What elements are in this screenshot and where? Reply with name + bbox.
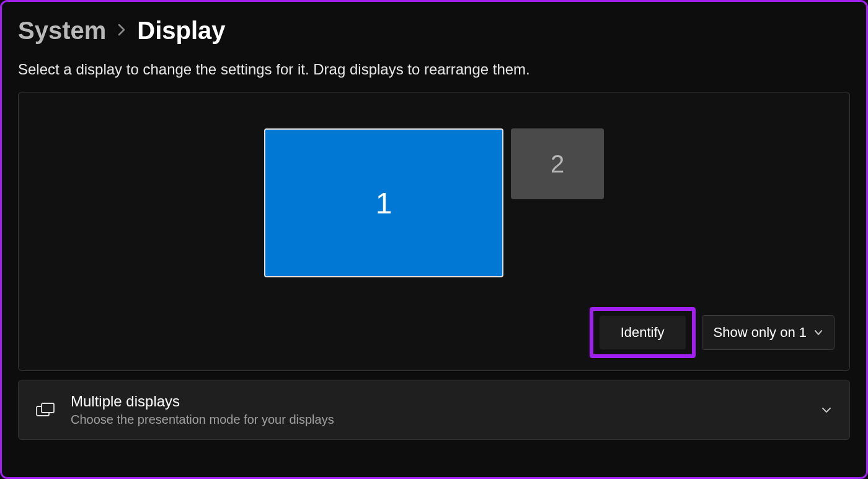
chevron-down-icon [814,328,823,337]
arrangement-actions: Identify Show only on 1 [590,307,835,358]
projection-selected-label: Show only on 1 [714,325,807,341]
instruction-text: Select a display to change the settings … [18,61,850,78]
chevron-right-icon [117,22,126,41]
identify-button[interactable]: Identify [600,316,686,349]
card-text: Multiple displays Choose the presentatio… [71,393,805,427]
identify-highlight-box: Identify [590,307,696,358]
display-arrangement-panel: 1 2 Identify Show only on 1 [18,92,850,371]
multiple-displays-card[interactable]: Multiple displays Choose the presentatio… [18,380,850,440]
display-2[interactable]: 2 [511,128,604,199]
breadcrumb: System Display [18,17,850,45]
projection-mode-dropdown[interactable]: Show only on 1 [702,315,835,350]
monitors-area[interactable]: 1 2 [33,128,835,277]
display-1[interactable]: 1 [264,128,503,277]
svg-rect-1 [42,403,54,413]
breadcrumb-current: Display [137,17,225,45]
multiple-displays-icon [36,403,55,418]
card-title: Multiple displays [71,393,805,410]
card-subtitle: Choose the presentation mode for your di… [71,413,805,427]
breadcrumb-parent-link[interactable]: System [18,17,106,45]
chevron-down-icon [821,405,832,416]
